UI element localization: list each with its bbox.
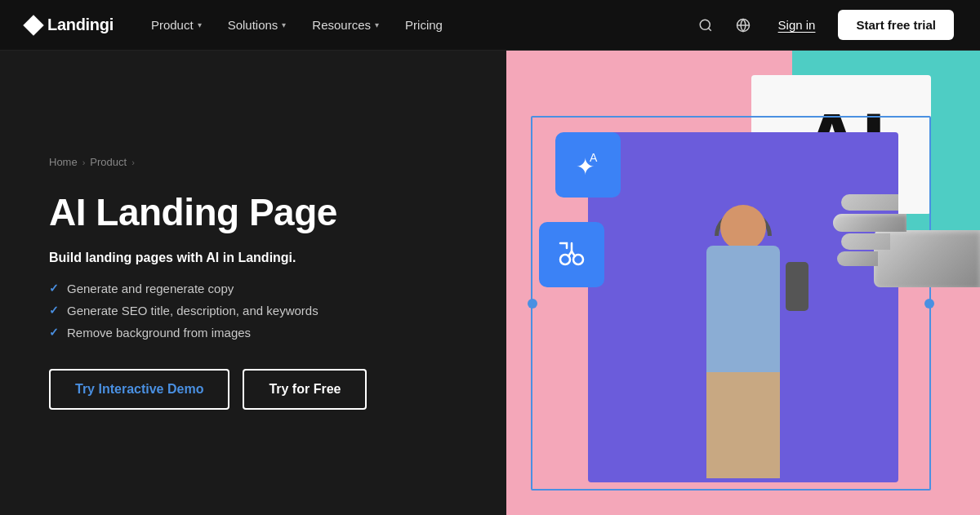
page-title: AI Landing Page — [49, 191, 457, 234]
scissors-icon-box — [539, 222, 604, 287]
person-head — [720, 205, 766, 251]
svg-point-0 — [700, 20, 710, 29]
svg-line-1 — [708, 28, 710, 30]
globe-icon — [736, 18, 751, 33]
start-trial-button[interactable]: Start free trial — [838, 10, 954, 40]
robot-finger-3 — [841, 233, 890, 250]
feature-item-1: ✓ Generate and regenerate copy — [49, 282, 457, 295]
logo-diamond-icon — [23, 15, 43, 35]
left-panel: Home › Product › AI Landing Page Build l… — [0, 51, 506, 515]
breadcrumb: Home › Product › — [49, 156, 457, 168]
main-content: Home › Product › AI Landing Page Build l… — [0, 51, 980, 515]
feature-text-3: Remove background from images — [67, 326, 251, 340]
hero-subtitle: Build landing pages with AI in Landingi. — [49, 251, 457, 265]
solutions-chevron-icon: ▾ — [282, 20, 286, 29]
robot-finger-4 — [837, 251, 878, 266]
check-icon-2: ✓ — [49, 304, 59, 317]
breadcrumb-home[interactable]: Home — [49, 156, 78, 168]
nav-product[interactable]: Product ▾ — [140, 11, 213, 38]
nav-pricing-label: Pricing — [405, 18, 443, 32]
svg-text:A: A — [590, 151, 598, 164]
ai-star-icon-box: ✦ A — [555, 132, 621, 198]
nav-resources-label: Resources — [312, 18, 371, 32]
product-chevron-icon: ▾ — [198, 20, 202, 29]
check-icon-1: ✓ — [49, 282, 59, 295]
nav-resources[interactable]: Resources ▾ — [301, 11, 390, 38]
feature-item-3: ✓ Remove background from images — [49, 326, 457, 340]
person-legs — [706, 372, 780, 478]
right-panel: AI ✦ A — [506, 51, 980, 515]
try-demo-button[interactable]: Try Interactive Demo — [49, 369, 229, 410]
robot-finger-index — [833, 214, 906, 232]
person-body — [706, 246, 780, 376]
ai-star-icon: ✦ A — [572, 149, 604, 181]
nav-solutions-label: Solutions — [228, 18, 278, 32]
feature-list: ✓ Generate and regenerate copy ✓ Generat… — [49, 282, 457, 340]
nav-solutions[interactable]: Solutions ▾ — [216, 11, 298, 38]
search-icon — [698, 18, 713, 33]
feature-text-2: Generate SEO title, description, and key… — [67, 304, 318, 317]
nav-right: Sign in Start free trial — [693, 10, 954, 40]
sign-in-button[interactable]: Sign in — [768, 11, 826, 38]
breadcrumb-separator-1: › — [82, 158, 86, 167]
brand-name: Landingi — [47, 16, 114, 34]
scissors-icon — [554, 237, 590, 273]
search-button[interactable] — [693, 13, 718, 38]
try-free-button[interactable]: Try for Free — [243, 369, 367, 410]
robot-finger-2 — [841, 194, 898, 211]
breadcrumb-product[interactable]: Product — [90, 156, 127, 168]
robot-hand-visual — [833, 181, 980, 344]
navbar: Landingi Product ▾ Solutions ▾ Resources… — [0, 0, 980, 51]
resources-chevron-icon: ▾ — [375, 20, 379, 29]
frame-dot-left — [528, 299, 537, 309]
feature-text-1: Generate and regenerate copy — [67, 282, 234, 295]
check-icon-3: ✓ — [49, 326, 59, 339]
cta-buttons: Try Interactive Demo Try for Free — [49, 369, 457, 410]
logo[interactable]: Landingi — [26, 16, 114, 34]
nav-links: Product ▾ Solutions ▾ Resources ▾ Pricin… — [140, 11, 693, 38]
globe-button[interactable] — [731, 13, 755, 38]
feature-item-2: ✓ Generate SEO title, description, and k… — [49, 304, 457, 317]
backpack — [786, 262, 808, 311]
robot-hand — [833, 181, 980, 344]
nav-pricing[interactable]: Pricing — [394, 11, 454, 38]
nav-product-label: Product — [151, 18, 194, 32]
person-figure — [670, 205, 817, 482]
breadcrumb-separator-2: › — [131, 158, 135, 167]
